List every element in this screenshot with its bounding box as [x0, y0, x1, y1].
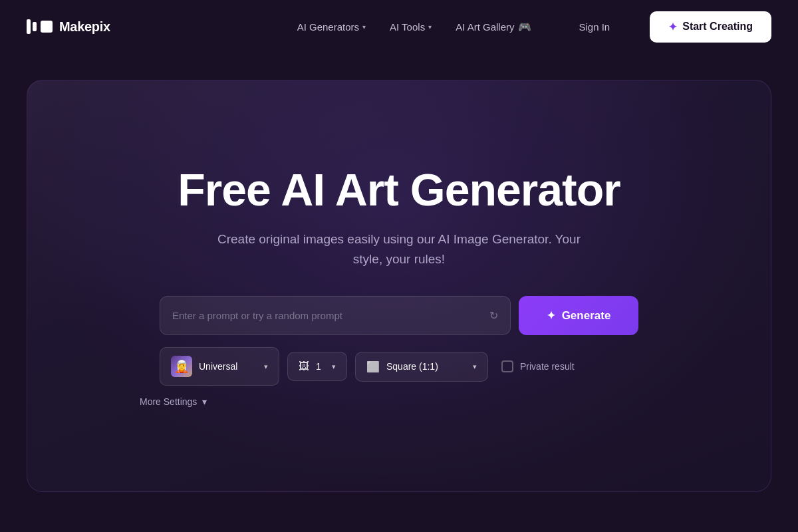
nav-links: AI Generators ▾ AI Tools ▾ AI Art Galler…: [297, 11, 771, 43]
generate-sparkle-icon: ✦: [547, 309, 555, 322]
model-chevron-icon: ▾: [264, 362, 268, 371]
size-select[interactable]: ⬜ Square (1:1) ▾: [355, 352, 488, 382]
brand-name: Makepix: [59, 19, 110, 35]
private-label: Private result: [520, 361, 575, 372]
navbar: Makepix AI Generators ▾ AI Tools ▾ AI Ar…: [0, 0, 798, 53]
hero-title: Free AI Art Generator: [178, 165, 620, 215]
count-chevron-icon: ▾: [332, 362, 336, 371]
generate-button[interactable]: ✦ Generate: [519, 296, 638, 335]
model-avatar-emoji: 🧝: [174, 359, 189, 374]
sparkle-icon: ✦: [668, 21, 677, 33]
size-chevron-icon: ▾: [473, 362, 477, 371]
more-settings-toggle[interactable]: More Settings ▾: [140, 396, 207, 407]
chevron-down-icon: ▾: [428, 23, 432, 31]
chevron-down-icon: ▾: [362, 23, 366, 31]
logo-bar-1: [27, 19, 31, 34]
count-select[interactable]: 🖼 1 ▾: [287, 352, 347, 381]
nav-ai-art-gallery[interactable]: AI Art Gallery 🎮: [456, 21, 531, 33]
prompt-row: ↻ ✦ Generate: [160, 296, 638, 335]
count-value: 1: [316, 361, 321, 372]
hero-content: Free AI Art Generator Create original im…: [133, 165, 665, 408]
hero-card: Free AI Art Generator Create original im…: [27, 80, 771, 492]
start-creating-button[interactable]: ✦ Start Creating: [650, 11, 771, 43]
nav-sign-in[interactable]: Sign In: [579, 21, 610, 33]
discord-icon: 🎮: [518, 21, 531, 33]
prompt-input-wrap: ↻: [160, 296, 511, 335]
more-settings-label: More Settings: [140, 396, 197, 407]
private-checkbox[interactable]: [501, 360, 513, 372]
logo-icon: [27, 19, 53, 34]
refresh-icon[interactable]: ↻: [489, 309, 498, 322]
nav-ai-generators[interactable]: AI Generators ▾: [297, 21, 366, 33]
model-name: Universal: [199, 361, 237, 372]
prompt-input[interactable]: [172, 297, 489, 334]
hero-subtitle: Create original images easily using our …: [213, 229, 585, 270]
controls-row: 🧝 Universal ▾ 🖼 1 ▾ ⬜ Square (1:1) ▾: [160, 347, 638, 386]
nav-ai-tools[interactable]: AI Tools ▾: [390, 21, 432, 33]
private-result-toggle[interactable]: Private result: [501, 360, 575, 372]
more-settings-chevron-icon: ▾: [202, 396, 207, 407]
hero-container: Free AI Art Generator Create original im…: [0, 53, 798, 532]
logo-bar-2: [33, 22, 37, 31]
size-icon: ⬜: [366, 360, 380, 373]
model-avatar: 🧝: [171, 356, 192, 377]
image-count-icon: 🖼: [299, 360, 309, 372]
logo-square: [41, 21, 53, 33]
size-value: Square (1:1): [386, 361, 438, 372]
logo[interactable]: Makepix: [27, 19, 110, 35]
model-select[interactable]: 🧝 Universal ▾: [160, 347, 279, 386]
